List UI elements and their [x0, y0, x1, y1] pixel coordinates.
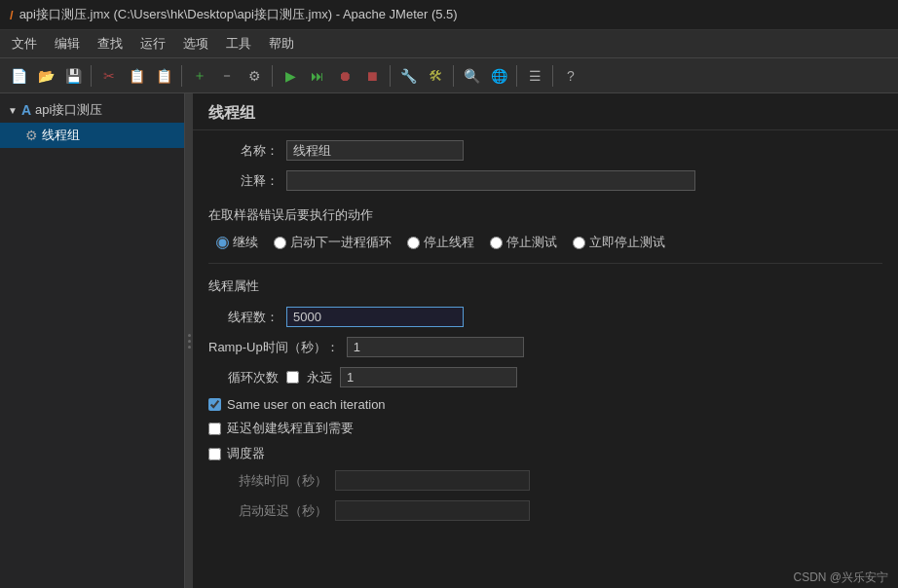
- radio-continue-label: 继续: [233, 234, 258, 251]
- panel-title: 线程组: [193, 93, 898, 130]
- menu-edit[interactable]: 编辑: [47, 32, 88, 55]
- comment-label: 注释：: [208, 172, 286, 190]
- comment-input[interactable]: [286, 170, 695, 191]
- toolbar-sep-3: [272, 65, 273, 87]
- toolbar-sep-6: [516, 65, 517, 87]
- loop-row: 循环次数 永远: [208, 367, 882, 387]
- app-icon: /: [10, 8, 14, 22]
- toolbar: 📄 📂 💾 ✂ 📋 📋 ＋ － ⚙ ▶ ⏭ ⏺ ⏹ 🔧 🛠 🔍 🌐 ☰ ?: [0, 58, 898, 93]
- same-user-checkbox[interactable]: [208, 398, 221, 411]
- resize-dot-1: [188, 334, 191, 337]
- save-button[interactable]: 💾: [60, 63, 86, 89]
- resize-dot-3: [188, 346, 191, 349]
- stop-button[interactable]: ⏺: [332, 63, 357, 89]
- radio-stop-test[interactable]: 停止测试: [490, 234, 557, 251]
- remove-button[interactable]: －: [214, 63, 240, 89]
- find-button[interactable]: 🔍: [459, 63, 484, 89]
- menu-tools[interactable]: 工具: [218, 32, 259, 55]
- rampup-input[interactable]: [347, 337, 524, 357]
- duration-input[interactable]: [335, 470, 530, 491]
- browse-button[interactable]: ⚙: [242, 63, 267, 89]
- threadgroup-icon: ⚙: [25, 128, 38, 143]
- error-section-heading: 在取样器错误后要执行的动作: [208, 201, 882, 228]
- name-label: 名称：: [208, 142, 286, 160]
- run-button[interactable]: ▶: [278, 63, 303, 89]
- same-user-row: Same user on each iteration: [208, 397, 882, 412]
- radio-next-loop[interactable]: 启动下一进程循环: [274, 234, 392, 251]
- scheduler-label: 调度器: [227, 445, 265, 462]
- new-button[interactable]: 📄: [6, 63, 31, 89]
- help-button[interactable]: ?: [558, 63, 583, 89]
- resize-dot-2: [188, 340, 191, 343]
- start-delay-input[interactable]: [335, 500, 530, 521]
- cut-button[interactable]: ✂: [96, 63, 122, 89]
- delayed-start-label: 延迟创建线程直到需要: [227, 420, 354, 437]
- thread-count-input[interactable]: [286, 307, 464, 327]
- loop-inline-group: 永远: [286, 367, 517, 387]
- status-text: CSDN @兴乐安宁: [793, 570, 888, 584]
- main-layout: ▼ A api接口测压 ⚙ 线程组 线程组 名称： 注释：: [0, 93, 898, 588]
- paste-button[interactable]: 📋: [151, 63, 176, 89]
- radio-continue[interactable]: 继续: [216, 234, 258, 251]
- thread-props-section: 线程属性 线程数： Ramp-Up时间（秒）： 循环次数 永远: [208, 263, 882, 521]
- delayed-start-checkbox[interactable]: [208, 423, 221, 435]
- error-action-row: 继续 启动下一进程循环 停止线程 停止测试: [208, 234, 882, 251]
- radio-stop-test-label: 停止测试: [506, 234, 557, 251]
- duration-row: 持续时间（秒）: [208, 470, 882, 491]
- status-bar: CSDN @兴乐安宁: [783, 568, 898, 588]
- clear-all-button[interactable]: 🛠: [423, 63, 448, 89]
- title-bar: / api接口测压.jmx (C:\Users\hk\Desktop\api接口…: [0, 0, 898, 30]
- scheduler-checkbox[interactable]: [208, 448, 221, 460]
- radio-stop-test-now[interactable]: 立即停止测试: [573, 234, 665, 251]
- menu-find[interactable]: 查找: [90, 32, 131, 55]
- add-button[interactable]: ＋: [187, 63, 212, 89]
- template-button[interactable]: ☰: [522, 63, 547, 89]
- toolbar-sep-2: [181, 65, 182, 87]
- radio-stop-test-now-label: 立即停止测试: [589, 234, 665, 251]
- menu-options[interactable]: 选项: [175, 32, 216, 55]
- project-icon: A: [21, 102, 31, 118]
- sidebar-item-threadgroup[interactable]: ⚙ 线程组: [0, 123, 184, 148]
- radio-continue-input[interactable]: [216, 237, 229, 249]
- radio-next-loop-input[interactable]: [274, 237, 286, 249]
- radio-stop-test-now-input[interactable]: [573, 237, 585, 249]
- start-no-pause-button[interactable]: ⏭: [305, 63, 330, 89]
- title-text: api接口测压.jmx (C:\Users\hk\Desktop\api接口测压…: [19, 6, 458, 23]
- loop-forever-label: 永远: [307, 369, 332, 386]
- menu-run[interactable]: 运行: [132, 32, 173, 55]
- thread-count-row: 线程数：: [208, 307, 882, 327]
- clear-button[interactable]: 🔧: [395, 63, 421, 89]
- menu-file[interactable]: 文件: [4, 32, 45, 55]
- copy-button[interactable]: 📋: [124, 63, 149, 89]
- start-delay-label: 启动延迟（秒）: [208, 502, 335, 520]
- menu-help[interactable]: 帮助: [261, 32, 302, 55]
- radio-stop-test-input[interactable]: [490, 237, 503, 249]
- thread-count-label: 线程数：: [208, 309, 286, 326]
- start-delay-row: 启动延迟（秒）: [208, 500, 882, 521]
- radio-stop-thread-input[interactable]: [407, 237, 420, 249]
- loop-forever-checkbox[interactable]: [286, 371, 299, 384]
- radio-stop-thread-label: 停止线程: [424, 234, 474, 251]
- resize-handle[interactable]: [185, 93, 193, 588]
- duration-label: 持续时间（秒）: [208, 472, 335, 490]
- loop-label: 循环次数: [208, 369, 286, 386]
- toolbar-sep-5: [453, 65, 454, 87]
- thread-props-heading: 线程属性: [208, 272, 882, 299]
- toolbar-sep-1: [91, 65, 92, 87]
- name-input[interactable]: [286, 140, 464, 161]
- shutdown-button[interactable]: ⏹: [359, 63, 385, 89]
- toolbar-sep-4: [390, 65, 391, 87]
- rampup-label: Ramp-Up时间（秒）：: [208, 339, 347, 356]
- open-button[interactable]: 📂: [33, 63, 58, 89]
- sidebar-item-project-label: api接口测压: [35, 101, 102, 119]
- same-user-label: Same user on each iteration: [227, 397, 386, 412]
- loop-count-input[interactable]: [340, 367, 517, 387]
- tree-arrow-project: ▼: [8, 105, 18, 116]
- remote-button[interactable]: 🌐: [486, 63, 511, 89]
- error-radio-group: 继续 启动下一进程循环 停止线程 停止测试: [216, 234, 665, 251]
- sidebar-item-project[interactable]: ▼ A api接口测压: [0, 97, 184, 123]
- name-row: 名称：: [208, 140, 882, 161]
- right-panel: 线程组 名称： 注释： 在取样器错误后要执行的动作 继续: [193, 93, 898, 588]
- comment-row: 注释：: [208, 170, 882, 191]
- radio-stop-thread[interactable]: 停止线程: [407, 234, 474, 251]
